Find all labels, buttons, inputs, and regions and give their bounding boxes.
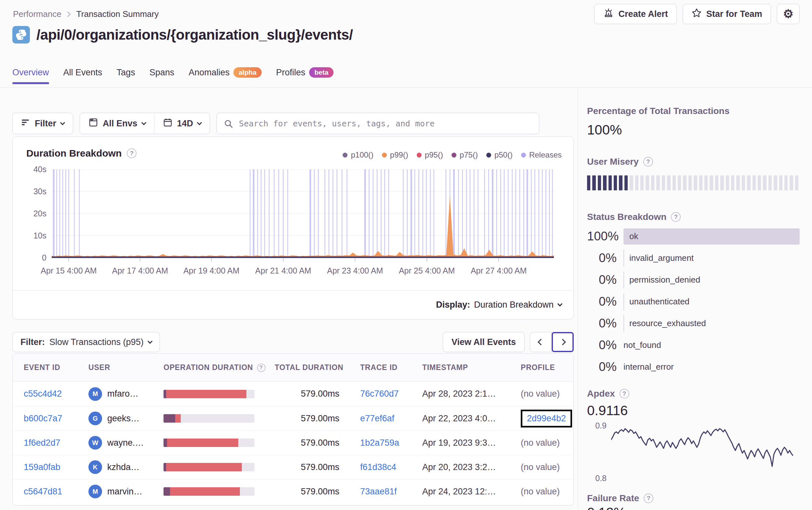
profile-link[interactable]: 2d99e4b2 [527,414,566,423]
column-header-profile: PROFILE [521,363,573,372]
http-segment [175,414,181,423]
env-date-group: All Envs 14D [80,113,210,134]
legend-item[interactable]: p99() [382,150,408,159]
legend-item[interactable]: p50() [486,150,513,159]
table-row: c55c4d42Mmfaro…579.00ms76c760d7Apr 28, 2… [13,382,573,406]
trace-id-link[interactable]: f61d38c4 [360,462,396,472]
column-header-event-id: EVENT ID [24,363,88,372]
misery-tick [795,175,799,190]
timestamp-cell: Apr 28, 2023 2:1… [422,389,521,399]
trace-id-link[interactable]: e77ef6af [360,414,394,423]
view-all-events-button[interactable]: View All Events [443,332,525,352]
search-icon [224,119,233,130]
misery-tick [753,175,756,190]
tab-all-events[interactable]: All Events [63,67,103,84]
misery-tick [656,175,660,190]
tab-overview[interactable]: Overview [12,67,49,84]
user-name: kzhda… [107,462,140,472]
y-axis-label: 30s [33,187,47,196]
status-body: unauthenticated [624,293,800,310]
misery-tick [645,175,649,190]
event-id-link[interactable]: b600c7a7 [24,414,62,423]
event-id-link[interactable]: 1f6ed2d7 [24,438,60,448]
legend-item[interactable]: Releases [521,150,562,159]
create-alert-button[interactable]: Create Alert [594,4,677,24]
filter-dropdown-button[interactable]: Filter [12,113,73,134]
legend-item[interactable]: p95() [417,150,443,159]
window-icon [88,118,98,130]
help-icon[interactable]: ? [644,493,654,503]
chart-legend: p100()p99()p95()p75()p50()Releases [343,150,562,159]
misery-tick [630,175,633,190]
operation-duration-bar [164,390,255,398]
tab-profiles[interactable]: Profilesbeta [276,67,334,84]
operation-duration-cell [164,390,275,398]
total-duration-cell: 579.00ms [275,462,360,472]
status-row: 100%ok [587,226,800,247]
misery-tick [651,175,654,190]
misery-tick [720,175,724,190]
legend-item[interactable]: p75() [452,150,478,159]
tab-tags[interactable]: Tags [117,67,135,84]
apdex-value: 0.9116 [587,403,628,418]
misery-tick [635,175,638,190]
tab-spans[interactable]: Spans [149,67,175,84]
help-icon[interactable]: ? [257,363,266,372]
trace-id-link[interactable]: 1b2a759a [360,438,399,448]
trace-id-link[interactable]: 73aae81f [360,487,397,497]
misery-tick [731,175,734,190]
event-id-link[interactable]: 159a0fab [24,462,60,472]
legend-dot [486,153,491,157]
status-label: permission_denied [629,275,700,285]
p99-area [52,196,554,258]
breadcrumb-performance[interactable]: Performance [13,9,61,19]
x-axis-label: Apr 27 4:00 AM [471,266,527,275]
apdex-heading: Apdex ? [587,389,629,399]
legend-item[interactable]: p100() [343,150,373,159]
display-selector[interactable]: Duration Breakdown [474,300,562,310]
help-icon[interactable]: ? [619,389,629,398]
trace-id-link[interactable]: 76c760d7 [360,389,399,398]
star-for-team-button[interactable]: Star for Team [683,4,771,24]
x-axis-label: Apr 17 4:00 AM [112,266,168,275]
help-icon[interactable]: ? [643,157,653,167]
event-id-link[interactable]: c5647d81 [24,487,62,497]
slow-transactions-filter-button[interactable]: Filter: Slow Transactions (p95) [12,332,160,352]
legend-dot [343,153,347,157]
date-range-selector[interactable]: 14D [154,113,210,134]
previous-page-button[interactable] [530,332,552,352]
tab-anomalies[interactable]: Anomaliesalpha [188,67,262,84]
star-icon [691,8,702,21]
page-title: /api/0/organizations/{organization_slug}… [36,27,353,43]
operation-duration-bar [164,439,255,447]
status-percent: 0% [587,360,617,374]
status-row: 0%invalid_argument [587,247,800,269]
http-segment [166,390,246,398]
user-misery-heading: User Misery ? [587,157,653,167]
x-axis-label: Apr 21 4:00 AM [255,266,311,275]
help-icon[interactable]: ? [671,212,681,222]
status-percent: 0% [587,295,617,309]
column-header-trace-id: TRACE ID [360,363,422,372]
profile-no-value: (no value) [521,389,560,398]
environment-selector[interactable]: All Envs [80,113,154,134]
help-icon[interactable]: ? [127,148,137,158]
operation-duration-cell [164,487,275,496]
column-header-label: OPERATION DURATION [164,363,253,372]
apdex-sparkline-svg [611,422,793,481]
settings-button[interactable]: ⚙ [777,4,800,24]
profile-cell: (no value) [521,389,573,399]
python-platform-icon [12,26,30,43]
search-input[interactable] [216,113,539,134]
x-axis-label: Apr 15 4:00 AM [40,266,96,275]
date-range-value: 14D [177,119,194,129]
misery-tick [763,175,766,190]
x-axis-label: Apr 23 4:00 AM [327,266,383,275]
misery-tick [747,175,750,190]
events-table-body: c55c4d42Mmfaro…579.00ms76c760d7Apr 28, 2… [13,382,573,504]
event-id-link[interactable]: c55c4d42 [24,389,62,398]
filter-label: Filter [35,119,56,129]
status-bar-ok[interactable]: ok [624,228,800,245]
misery-tick [774,175,777,190]
next-page-button[interactable] [552,332,574,352]
